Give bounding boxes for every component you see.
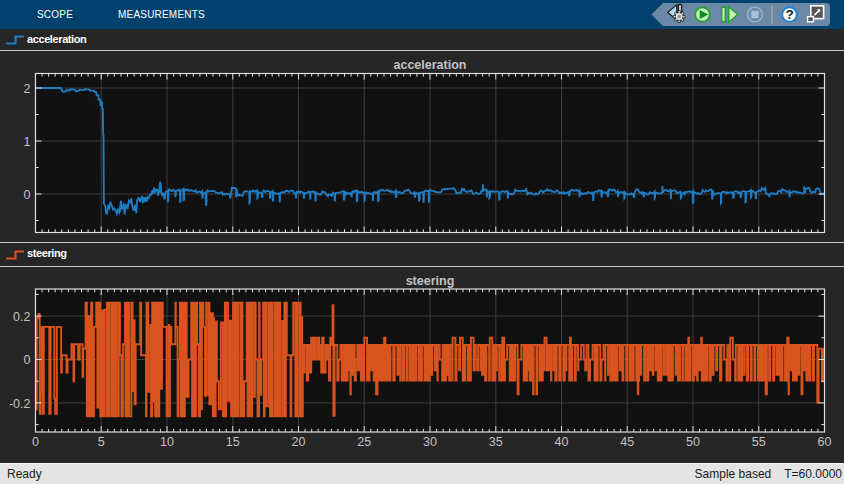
svg-text:2: 2 <box>24 82 31 96</box>
svg-text:55: 55 <box>752 435 766 449</box>
svg-text:steering: steering <box>406 274 455 288</box>
svg-text:0: 0 <box>32 435 39 449</box>
svg-text:50: 50 <box>686 435 700 449</box>
svg-text:-0.2: -0.2 <box>9 397 31 411</box>
svg-text:60: 60 <box>818 435 832 449</box>
svg-text:1: 1 <box>24 135 31 149</box>
svg-text:15: 15 <box>226 435 240 449</box>
svg-text:0.2: 0.2 <box>13 310 30 324</box>
svg-text:20: 20 <box>292 435 306 449</box>
svg-text:30: 30 <box>423 435 437 449</box>
svg-text:0: 0 <box>24 353 31 367</box>
svg-text:5: 5 <box>98 435 105 449</box>
svg-text:10: 10 <box>160 435 174 449</box>
svg-text:45: 45 <box>620 435 634 449</box>
svg-text:acceleration: acceleration <box>394 58 467 72</box>
svg-text:?: ? <box>785 7 793 22</box>
svg-text:0: 0 <box>24 188 31 202</box>
svg-text:40: 40 <box>555 435 569 449</box>
svg-text:35: 35 <box>489 435 503 449</box>
svg-text:25: 25 <box>357 435 371 449</box>
